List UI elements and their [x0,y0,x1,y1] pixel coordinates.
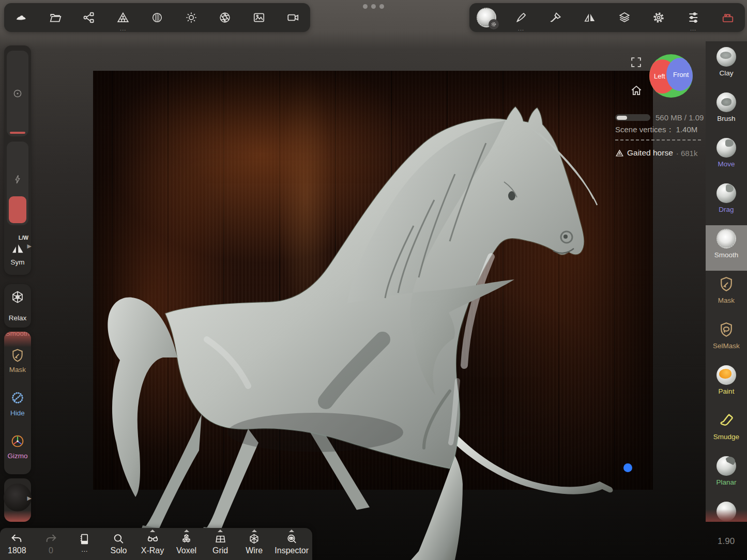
tool-paint[interactable]: Paint [706,362,747,407]
mesh-icon [615,149,624,158]
more-dots: ... [518,26,524,31]
symmetry-icon[interactable] [10,241,25,256]
orientation-gizmo[interactable]: Left Front [649,54,693,98]
tool-move[interactable]: Move [706,134,747,180]
memory-usage-text: 560 MB / 1.09 G [655,113,706,122]
scene-vertices-label: Scene vertices： [615,125,674,134]
faded-smooth-label: Smooth [4,332,31,337]
adjust-sliders-icon[interactable]: ... [683,7,704,28]
radius-slider-fill [10,132,25,134]
intensity-bolt-icon [12,174,23,185]
home-icon[interactable] [630,84,643,99]
lighting-sun-icon[interactable] [181,7,202,28]
fullscreen-icon[interactable] [630,56,643,71]
tool-clay[interactable]: Clay [706,43,747,89]
info-separator [615,139,701,141]
mesh-vertex-count: · 681k [676,149,698,158]
caret-up-icon [150,530,155,532]
postprocess-aperture-icon[interactable] [215,7,235,28]
brush-sphere-icon [715,91,737,113]
toolbox-icon[interactable] [718,7,738,28]
relax-label: Relax [4,314,31,322]
material-sphere-icon[interactable] [147,7,167,28]
intensity-slider-fill [9,196,26,223]
mesh-topology-icon[interactable]: ... [113,7,133,28]
tool-smooth[interactable]: Smooth [706,225,747,271]
tool-settings-gear-badge[interactable] [489,19,499,29]
layers-icon[interactable] [614,7,635,28]
app-logo[interactable] [11,7,32,28]
scrolled-selected-smooth[interactable]: Smooth [4,332,31,347]
symmetry-mirror-icon[interactable] [580,7,600,28]
solo-button[interactable]: Solo [105,528,132,560]
voxel-cubes-icon [180,533,193,546]
caret-up-icon [184,530,189,532]
tool-planar[interactable]: Planar [706,453,747,498]
radius-slider[interactable] [7,51,28,136]
undo-icon [10,533,23,546]
mesh-list-row[interactable]: Gaited horse · 681k [615,148,697,158]
mask-shield-icon[interactable] [9,347,26,364]
mask-shield-icon [715,273,737,295]
memory-progressbar [615,114,650,121]
material-preview-panel[interactable]: ▶ [4,478,31,522]
notebook-icon [78,533,91,546]
stroke-pen-icon[interactable]: ... [511,7,531,28]
settings-gear-icon[interactable] [648,7,669,28]
redo-icon [44,533,57,546]
gizmo-orb-icon[interactable] [9,433,26,449]
mesh-name: Gaited horse [627,148,673,158]
radius-icon [12,88,23,99]
background-image-icon[interactable] [249,7,269,28]
xray-glasses-icon [146,533,159,546]
more-dots: ... [690,26,696,31]
reference-background-wood [93,71,653,490]
left-slider-panel: L/W ▶ Sym [4,45,31,275]
top-drag-handle[interactable] [363,4,384,9]
grid-icon [214,533,227,546]
relax-web-icon [10,289,25,305]
tool-selmask[interactable]: SelMask [706,316,747,362]
undo-button[interactable]: 1808 [4,528,31,560]
active-tool-thumbnail[interactable] [476,7,497,28]
redo-button[interactable]: 0 [37,528,64,560]
voxel-button[interactable]: Voxel [173,528,200,560]
intensity-slider[interactable] [7,142,28,225]
redo-count: 0 [49,546,53,555]
history-panel-button[interactable]: ... [71,528,98,560]
selmask-shield-icon [715,319,737,340]
clay-sphere-icon [715,46,737,68]
tool-mask[interactable]: Mask [706,271,747,316]
caret-up-icon [218,530,223,532]
panel-expand-arrow[interactable]: ▶ [27,495,32,502]
stroke-start-dot [623,463,632,472]
app-version: 1.90 [718,536,735,547]
panel-expand-arrow[interactable]: ▶ [27,243,32,250]
wireframe-icon [248,533,261,546]
painting-brush-icon[interactable] [545,7,566,28]
paint-sphere-icon [715,364,737,386]
xray-button[interactable]: X-Ray [139,528,166,560]
bottom-toolbar: 1808 0 ... Solo X-Ray Voxel Grid Wire In… [0,528,312,560]
smudge-finger-icon [715,410,737,431]
inspector-button[interactable]: Inspector [275,528,309,560]
tool-smudge[interactable]: Smudge [706,407,747,453]
tool-brush[interactable]: Brush [706,89,747,134]
inspector-eye-icon [285,533,298,546]
tool-drag[interactable]: Drag [706,180,747,225]
grid-button[interactable]: Grid [207,528,234,560]
move-sphere-icon [715,137,737,159]
hide-dotted-icon[interactable] [9,390,26,406]
solo-magnifier-icon [112,533,125,546]
mask-label[interactable]: Mask [4,366,31,374]
relax-panel[interactable]: Relax [4,284,31,328]
scene-graph-icon[interactable] [79,7,99,28]
right-tool-column: Clay Brush Move Drag Smooth Mask SelMask… [706,41,747,522]
camera-video-icon[interactable] [283,7,303,28]
wire-button[interactable]: Wire [241,528,268,560]
files-folder-icon[interactable] [45,7,66,28]
gizmo-label[interactable]: Gizmo [4,452,31,460]
caret-up-icon [252,530,257,532]
sym-label[interactable]: Sym [4,258,31,266]
hide-label[interactable]: Hide [4,409,31,417]
